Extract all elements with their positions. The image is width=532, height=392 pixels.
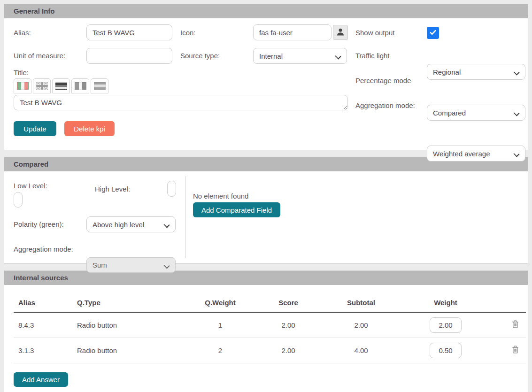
delete-kpi-button[interactable]: Delete kpi [64,121,115,136]
add-comparated-field-button[interactable]: Add Comparated Field [193,202,280,217]
user-icon [336,27,345,38]
percentage-mode-label: Percentage mode [355,77,411,85]
spain-flag-icon [94,82,106,90]
unit-of-measure-input[interactable] [86,48,172,64]
general-info-panel: General Info Alias: Icon: Show output Un… [4,4,528,150]
checkmark-icon [429,28,437,38]
low-level-label: Low Level: [14,182,47,190]
weight-input[interactable] [430,343,462,358]
col-qtype: Q.Type [72,293,190,312]
qweight-cell: 1 [190,312,251,338]
table-header-row: Alias Q.Type Q.Weight Score Subtotal Wei… [14,293,526,312]
update-button[interactable]: Update [14,121,56,136]
score-cell: 2.00 [251,338,326,363]
show-output-label: Show output [355,29,394,37]
delete-row-button[interactable] [511,345,519,355]
qtype-cell: Radio button [72,338,190,363]
polarity-label: Polarity (green): [14,220,64,228]
col-qweight: Q.Weight [190,293,251,312]
source-type-select[interactable]: Internal [253,48,347,64]
compared-panel: Compared Low Level: High Level: No eleme… [4,157,528,264]
internal-sources-table: Alias Q.Type Q.Weight Score Subtotal Wei… [14,293,526,363]
internal-sources-header: Internal sources [4,271,528,285]
compared-aggregation-mode-select: Sum [86,257,176,273]
italy-flag-icon [17,82,29,90]
title-lang-tab-spanish[interactable] [91,78,108,93]
alias-label: Alias: [14,29,31,37]
france-flag-icon [75,82,86,90]
icon-label: Icon: [180,29,196,37]
unit-of-measure-label: Unit of measure: [14,52,65,60]
weight-cell [396,312,495,338]
table-row: 3.1.3 Radio button 2 2.00 4.00 [14,338,526,363]
sources-table-body: 8.4.3 Radio button 1 2.00 2.00 3.1.3 [14,312,526,363]
col-weight: Weight [396,293,495,312]
col-score: Score [251,293,326,312]
title-lang-tab-german[interactable] [52,78,70,93]
source-type-label: Source type: [180,52,220,60]
alias-cell: 3.1.3 [14,338,72,363]
high-level-input[interactable] [167,181,176,197]
aggregation-mode-select[interactable]: Weighted average [427,146,525,161]
title-label: Title: [14,69,29,77]
alias-cell: 8.4.3 [14,312,72,338]
compared-aggregation-mode-label: Aggregation mode: [14,245,73,253]
traffic-light-label: Traffic light [355,52,390,60]
show-output-checkbox[interactable] [427,27,439,39]
aggregation-mode-label: Aggregation mode: [355,101,415,109]
trash-icon [511,323,519,330]
title-lang-tab-english[interactable] [33,78,51,93]
germany-flag-icon [55,82,67,90]
general-info-header: General Info [4,4,528,18]
icon-input[interactable] [253,24,332,40]
icon-preview-button[interactable] [333,25,348,40]
trash-icon [511,348,519,355]
col-subtotal: Subtotal [326,293,396,312]
title-lang-tab-italian[interactable] [14,78,31,93]
col-alias: Alias [14,293,72,312]
delete-row-button[interactable] [511,320,519,330]
title-input[interactable]: Test B WAVG [14,95,348,110]
high-level-label: High Level: [95,185,130,193]
weight-input[interactable] [430,317,462,333]
percentage-mode-select[interactable]: Compared [427,105,525,121]
vertical-divider [185,176,186,258]
add-answer-button[interactable]: Add Answer [14,372,68,387]
weight-cell [396,338,495,363]
subtotal-cell: 2.00 [326,312,396,338]
internal-sources-panel: Internal sources Alias Q.Type Q.Weight S… [4,270,528,392]
table-row: 8.4.3 Radio button 1 2.00 2.00 [14,312,526,338]
title-language-tabs [14,78,108,93]
no-element-found-text: No element found [193,192,248,200]
score-cell: 2.00 [251,312,326,338]
polarity-select[interactable]: Above high level [86,216,176,232]
traffic-light-select[interactable]: Regional [427,64,525,80]
subtotal-cell: 4.00 [326,338,396,363]
uk-flag-icon [36,82,48,90]
qweight-cell: 2 [190,338,251,363]
qtype-cell: Radio button [72,312,190,338]
alias-input[interactable] [86,24,172,40]
low-level-input[interactable] [14,192,23,208]
title-lang-tab-french[interactable] [71,78,89,93]
